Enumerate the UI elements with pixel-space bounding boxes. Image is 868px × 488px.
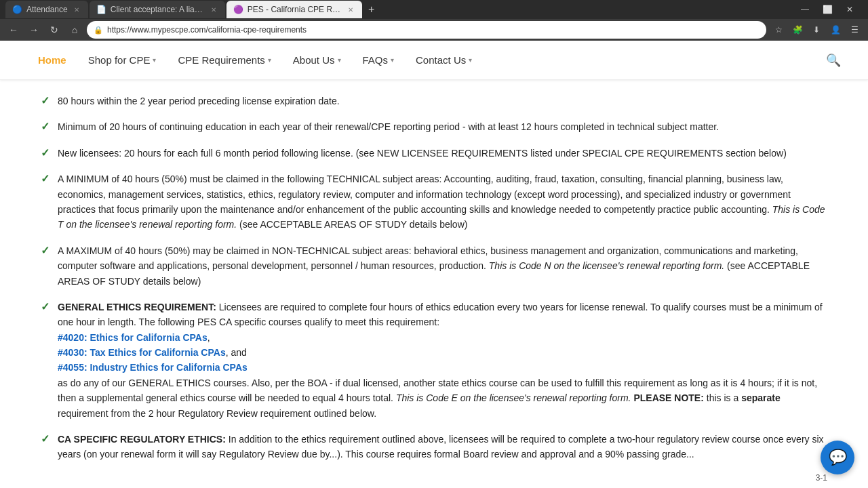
tab-1-close[interactable]: ✕ (72, 5, 81, 14)
check-icon: ✓ (41, 146, 50, 159)
list-item: ✓ New licensees: 20 hours for each full … (41, 146, 827, 161)
list-item: ✓ A MAXIMUM of 40 hours (50%) may be cla… (41, 243, 827, 289)
nav-home[interactable]: Home (27, 41, 77, 80)
tab-1[interactable]: 🔵 Attendance ✕ (5, 1, 88, 18)
ethics-heading: GENERAL ETHICS REQUIREMENT: (58, 302, 216, 312)
tab-1-title: Attendance (26, 5, 68, 14)
list-item: ✓ Minimum of 20 hours of continuing educ… (41, 119, 827, 134)
check-icon: ✓ (41, 172, 50, 185)
nav-contact-arrow: ▾ (469, 56, 472, 64)
item-text-3: New licensees: 20 hours for each full 6 … (58, 146, 787, 161)
back-button[interactable]: ← (5, 22, 22, 38)
new-tab-button[interactable]: + (363, 1, 380, 18)
nav-shop-label: Shop for CPE (88, 54, 151, 66)
address-bar: ← → ↻ ⌂ 🔒 https://www.mypescpe.com/calif… (0, 19, 868, 41)
nav-bar: Home Shop for CPE ▾ CPE Requirements ▾ A… (0, 41, 868, 80)
ethics-course-2: #4030: Tax Ethics for California CPAs (58, 347, 226, 358)
tab-2[interactable]: 📄 Client acceptance: A liability ga... ✕ (90, 1, 225, 18)
check-icon: ✓ (41, 244, 50, 257)
menu-icon[interactable]: ☰ (846, 22, 863, 38)
nav-home-label: Home (38, 54, 66, 66)
tab-3-title: PES - California CPE Requireme... (248, 5, 342, 14)
search-icon[interactable]: 🔍 (826, 53, 841, 68)
nav-contact-label: Contact Us (416, 54, 466, 66)
nav-shop-arrow: ▾ (153, 56, 156, 64)
download-icon[interactable]: ⬇ (808, 22, 825, 38)
lock-icon: 🔒 (94, 26, 103, 35)
nav-about-label: About Us (293, 54, 335, 66)
tab-2-title: Client acceptance: A liability ga... (111, 5, 205, 14)
window-controls: — ⬜ ✕ (797, 3, 863, 16)
maximize-button[interactable]: ⬜ (818, 3, 837, 16)
tab-1-icon: 🔵 (12, 5, 22, 14)
item-text-4: A MINIMUM of 40 hours (50%) must be clai… (58, 171, 827, 232)
check-icon: ✓ (41, 120, 50, 133)
minimize-button[interactable]: — (797, 3, 813, 16)
close-window-button[interactable]: ✕ (842, 3, 857, 16)
item-text-2: Minimum of 20 hours of continuing educat… (58, 119, 719, 134)
browser-actions: ☆ 🧩 ⬇ 👤 ☰ (770, 22, 863, 38)
list-item: ✓ 80 hours within the 2 year period prec… (41, 94, 827, 108)
list-item: ✓ A MINIMUM of 40 hours (50%) must be cl… (41, 171, 827, 232)
tab-3[interactable]: 🟣 PES - California CPE Requireme... ✕ (226, 1, 362, 18)
item-text-5: A MAXIMUM of 40 hours (50%) may be claim… (58, 243, 827, 289)
bookmark-icon[interactable]: ☆ (770, 22, 787, 38)
nav-contact[interactable]: Contact Us ▾ (405, 41, 483, 80)
check-icon: ✓ (41, 300, 50, 313)
tab-3-close[interactable]: ✕ (347, 5, 355, 14)
url-bar[interactable]: 🔒 https://www.mypescpe.com/california-cp… (87, 21, 766, 39)
item-text-7: CA SPECIFIC REGULATORY ETHICS: In additi… (58, 432, 827, 462)
ethics-course-1: #4020: Ethics for California CPAs (58, 332, 208, 343)
extension-icon[interactable]: 🧩 (789, 22, 806, 38)
nav-shop[interactable]: Shop for CPE ▾ (77, 41, 167, 80)
tab-3-icon: 🟣 (233, 5, 243, 14)
website: Home Shop for CPE ▾ CPE Requirements ▾ A… (0, 41, 868, 488)
nav-about[interactable]: About Us ▾ (282, 41, 352, 80)
item-text-1: 80 hours within the 2 year period preced… (58, 94, 340, 108)
browser-chrome: 🔵 Attendance ✕ 📄 Client acceptance: A li… (0, 0, 868, 41)
chat-widget[interactable]: 💬 (821, 441, 854, 474)
nav-cpe-label: CPE Requirements (178, 54, 264, 66)
main-content: ✓ 80 hours within the 2 year period prec… (0, 80, 868, 488)
nav-cpe[interactable]: CPE Requirements ▾ (167, 41, 281, 80)
forward-button[interactable]: → (26, 22, 42, 38)
check-icon: ✓ (41, 94, 50, 107)
nav-faqs[interactable]: FAQs ▾ (352, 41, 406, 80)
list-item: ✓ GENERAL ETHICS REQUIREMENT: Licensees … (41, 300, 827, 421)
item-text-6: GENERAL ETHICS REQUIREMENT: Licensees ar… (58, 300, 827, 421)
refresh-button[interactable]: ↻ (46, 22, 62, 38)
nav-faqs-label: FAQs (363, 54, 389, 66)
tab-bar: 🔵 Attendance ✕ 📄 Client acceptance: A li… (0, 0, 868, 19)
home-button[interactable]: ⌂ (66, 22, 83, 38)
nav-faqs-arrow: ▾ (391, 56, 394, 64)
tab-2-close[interactable]: ✕ (210, 5, 218, 14)
tab-2-icon: 📄 (96, 5, 106, 14)
nav-about-arrow: ▾ (338, 56, 341, 64)
profile-icon[interactable]: 👤 (827, 22, 844, 38)
page-indicator: 3-1 (816, 473, 827, 483)
url-text: https://www.mypescpe.com/california-cpe-… (107, 25, 307, 35)
ethics-course-3: #4055: Industry Ethics for California CP… (58, 362, 248, 373)
list-item: ✓ CA SPECIFIC REGULATORY ETHICS: In addi… (41, 432, 827, 462)
nav-cpe-arrow: ▾ (268, 56, 271, 64)
check-icon: ✓ (41, 432, 50, 445)
